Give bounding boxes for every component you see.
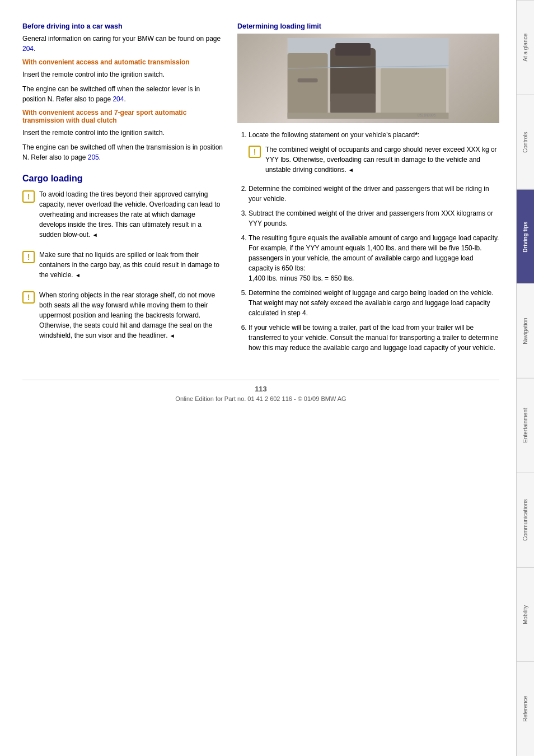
convenient-section-1: With convenient access and automatic tra… <box>22 58 224 104</box>
cargo-section: Cargo loading ! To avoid loading the tir… <box>22 174 224 345</box>
right-column: Determining loading limit <box>237 22 499 357</box>
tab-driving-tips[interactable]: Driving tips <box>517 189 534 284</box>
convenient-title-2: With convenient access and 7-gear sport … <box>22 109 224 124</box>
page-footer: 113 Online Edition for Part no. 01 41 2 … <box>22 380 499 402</box>
warning-icon-3: ! <box>22 291 35 304</box>
convenient-section-2: With convenient access and 7-gear sport … <box>22 109 224 162</box>
convenient-page-1-link[interactable]: 204 <box>113 95 124 103</box>
convenient-body-2b: The engine can be switched off when the … <box>22 142 224 162</box>
loading-title: Determining loading limit <box>237 22 499 30</box>
convenient-body-1a: Insert the remote control into the ignit… <box>22 69 224 80</box>
car-interior-svg: 0521N0905 <box>250 38 486 119</box>
convenient-body-1b: The engine can be switched off when the … <box>22 84 224 104</box>
step-3: Subtract the combined weight of the driv… <box>249 208 499 228</box>
svg-rect-6 <box>381 68 447 114</box>
tab-navigation[interactable]: Navigation <box>517 283 534 378</box>
footer-text: Online Edition for Part no. 01 41 2 602 … <box>22 395 499 402</box>
svg-rect-7 <box>298 78 318 82</box>
convenient-page-2-link[interactable]: 205 <box>88 153 99 161</box>
step4-example: 1,400 lbs. minus 750 lbs. = 650 lbs. <box>249 274 354 282</box>
step1-warning: ! The combined weight of occupants and c… <box>249 144 499 179</box>
car-interior-image: 0521N0905 <box>237 34 499 123</box>
step-5: Determine the combined weight of luggage… <box>249 288 499 318</box>
step1-warning-text: The combined weight of occupants and car… <box>265 144 499 175</box>
tab-at-a-glance[interactable]: At a glance <box>517 0 534 95</box>
carwash-body: General information on caring for your B… <box>22 34 224 54</box>
cargo-title: Cargo loading <box>22 174 224 184</box>
tab-communications[interactable]: Communications <box>517 473 534 567</box>
carwash-title: Before driving into a car wash <box>22 22 224 30</box>
loading-steps: Locate the following statement on your v… <box>237 130 499 353</box>
svg-text:0521N0905: 0521N0905 <box>418 113 436 117</box>
warning-icon-1: ! <box>22 190 35 203</box>
cargo-warning-2-text: Make sure that no liquids are spilled or… <box>39 250 224 280</box>
warning-icon-2: ! <box>22 251 35 263</box>
main-content: Before driving into a car wash General i… <box>0 0 516 756</box>
carwash-page-link[interactable]: 204 <box>22 45 34 53</box>
cargo-warning-3-text: When storing objects in the rear storage… <box>39 290 224 340</box>
svg-rect-5 <box>336 43 371 56</box>
tab-reference[interactable]: Reference <box>517 661 534 756</box>
tab-controls[interactable]: Controls <box>517 95 534 189</box>
step-1: Locate the following statement on your v… <box>249 130 499 179</box>
carwash-section: Before driving into a car wash General i… <box>22 22 224 54</box>
left-column: Before driving into a car wash General i… <box>22 22 224 357</box>
convenient-title-1: With convenient access and automatic tra… <box>22 58 224 66</box>
step-6: If your vehicle will be towing a trailer… <box>249 323 499 353</box>
tab-mobility[interactable]: Mobility <box>517 567 534 662</box>
convenient-body-2a: Insert the remote control into the ignit… <box>22 128 224 138</box>
tab-entertainment[interactable]: Entertainment <box>517 378 534 473</box>
step-4: The resulting figure equals the availabl… <box>249 233 499 283</box>
step1-warning-icon: ! <box>249 146 261 158</box>
cargo-warning-1-text: To avoid loading the tires beyond their … <box>39 189 224 240</box>
page-number: 113 <box>22 385 499 393</box>
side-tabs: At a glance Controls Driving tips Naviga… <box>516 0 534 756</box>
step-2: Determine the combined weight of the dri… <box>249 184 499 204</box>
cargo-warning-3: ! When storing objects in the rear stora… <box>22 290 224 345</box>
svg-rect-2 <box>288 53 328 119</box>
cargo-warning-1: ! To avoid loading the tires beyond thei… <box>22 189 224 244</box>
svg-rect-4 <box>331 94 376 114</box>
cargo-warning-2: ! Make sure that no liquids are spilled … <box>22 250 224 284</box>
